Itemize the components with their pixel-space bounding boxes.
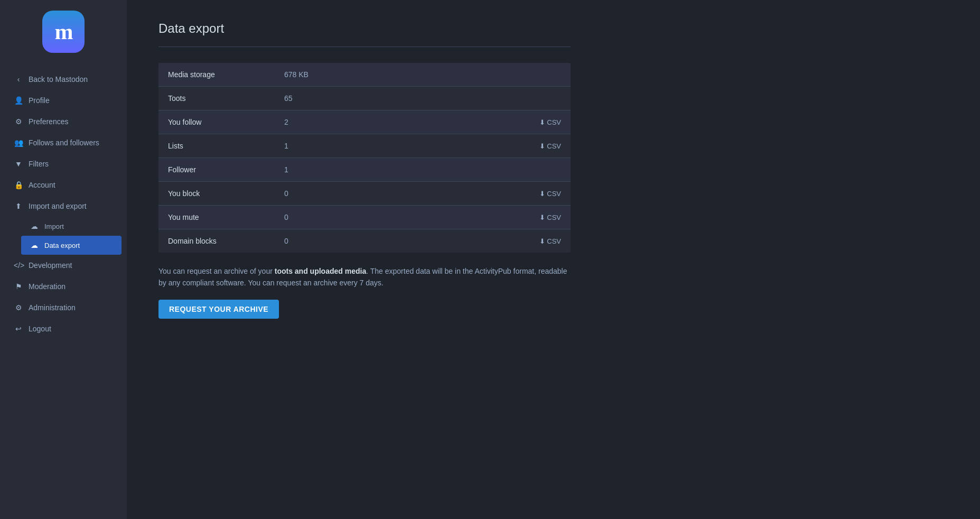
row-csv[interactable]: ⬇ CSV — [427, 206, 571, 229]
sidebar-moderation-label: Moderation — [29, 282, 66, 291]
row-csv — [427, 87, 571, 110]
sidebar-preferences-label: Preferences — [29, 117, 68, 126]
csv-download-link[interactable]: ⬇ CSV — [539, 190, 561, 198]
sidebar-item-import[interactable]: ☁ Import — [21, 217, 122, 236]
sidebar-sub-nav: ☁ Import ☁ Data export — [5, 217, 122, 255]
sidebar-account-label: Account — [29, 181, 55, 189]
lock-icon: 🔒 — [14, 181, 23, 189]
table-row: You block0⬇ CSV — [158, 182, 571, 206]
import-export-icon: ⬆ — [14, 202, 23, 210]
row-label: You mute — [158, 206, 275, 229]
row-csv — [427, 158, 571, 182]
row-value: 0 — [275, 206, 427, 229]
sidebar-data-export-label: Data export — [44, 242, 80, 249]
filter-icon: ▼ — [14, 160, 23, 168]
row-label: Lists — [158, 134, 275, 158]
row-value: 0 — [275, 182, 427, 206]
sidebar-import-label: Import — [44, 223, 64, 230]
profile-icon: 👤 — [14, 96, 23, 105]
sidebar-item-account[interactable]: 🔒 Account — [5, 174, 122, 196]
sidebar-item-filters[interactable]: ▼ Filters — [5, 153, 122, 174]
sidebar-filters-label: Filters — [29, 160, 49, 168]
follows-icon: 👥 — [14, 138, 23, 147]
data-export-table: Media storage678 KBToots65You follow2⬇ C… — [158, 63, 571, 253]
row-value: 0 — [275, 229, 427, 253]
cloud-icon: ☁ — [30, 222, 39, 230]
csv-download-link[interactable]: ⬇ CSV — [539, 118, 561, 126]
row-value: 1 — [275, 158, 427, 182]
sidebar-item-administration[interactable]: ⚙ Administration — [5, 297, 122, 318]
divider — [158, 47, 571, 47]
main-content: Data export Media storage678 KBToots65Yo… — [127, 0, 602, 519]
sidebar-profile-label: Profile — [29, 96, 50, 105]
logo: m — [42, 11, 85, 53]
row-csv[interactable]: ⬇ CSV — [427, 229, 571, 253]
sidebar-item-back[interactable]: ‹ Back to Mastodon — [5, 69, 122, 90]
row-label: Media storage — [158, 63, 275, 87]
archive-desc-plain: You can request an archive of your — [158, 267, 275, 275]
table-row: Follower1 — [158, 158, 571, 182]
table-row: You mute0⬇ CSV — [158, 206, 571, 229]
sidebar-administration-label: Administration — [29, 303, 76, 312]
gear-icon: ⚙ — [14, 117, 23, 126]
sidebar-item-follows[interactable]: 👥 Follows and followers — [5, 132, 122, 153]
archive-desc-bold: toots and uploaded media — [275, 267, 366, 275]
sidebar-item-logout[interactable]: ↩ Logout — [5, 318, 122, 339]
sidebar-follows-label: Follows and followers — [29, 138, 99, 147]
row-csv[interactable]: ⬇ CSV — [427, 134, 571, 158]
csv-download-link[interactable]: ⬇ CSV — [539, 142, 561, 150]
sidebar-item-import-export[interactable]: ⬆ Import and export — [5, 196, 122, 217]
row-label: Follower — [158, 158, 275, 182]
sidebar-back-label: Back to Mastodon — [29, 75, 88, 84]
row-label: Toots — [158, 87, 275, 110]
table-row: Toots65 — [158, 87, 571, 110]
row-csv[interactable]: ⬇ CSV — [427, 182, 571, 206]
csv-download-link[interactable]: ⬇ CSV — [539, 237, 561, 245]
row-label: You follow — [158, 110, 275, 134]
row-value: 2 — [275, 110, 427, 134]
table-row: You follow2⬇ CSV — [158, 110, 571, 134]
sidebar-development-label: Development — [29, 261, 72, 270]
row-value: 1 — [275, 134, 427, 158]
row-value: 65 — [275, 87, 427, 110]
table-row: Media storage678 KB — [158, 63, 571, 87]
admin-icon: ⚙ — [14, 303, 23, 312]
table-row: Domain blocks0⬇ CSV — [158, 229, 571, 253]
row-csv — [427, 63, 571, 87]
table-row: Lists1⬇ CSV — [158, 134, 571, 158]
sidebar-item-data-export[interactable]: ☁ Data export — [21, 236, 122, 255]
cloud-download-icon: ☁ — [30, 241, 39, 249]
archive-description: You can request an archive of your toots… — [158, 265, 571, 289]
sidebar-item-preferences[interactable]: ⚙ Preferences — [5, 111, 122, 132]
sidebar-item-development[interactable]: </> Development — [5, 255, 122, 276]
row-label: You block — [158, 182, 275, 206]
sidebar-logout-label: Logout — [29, 325, 51, 333]
csv-download-link[interactable]: ⬇ CSV — [539, 214, 561, 221]
request-archive-button[interactable]: REQUEST YOUR ARCHIVE — [158, 300, 279, 319]
sidebar-item-moderation[interactable]: ⚑ Moderation — [5, 276, 122, 297]
sidebar-import-export-label: Import and export — [29, 202, 87, 210]
row-csv[interactable]: ⬇ CSV — [427, 110, 571, 134]
row-label: Domain blocks — [158, 229, 275, 253]
page-title: Data export — [158, 21, 571, 36]
moderation-icon: ⚑ — [14, 282, 23, 291]
row-value: 678 KB — [275, 63, 427, 87]
sidebar-nav: ‹ Back to Mastodon 👤 Profile ⚙ Preferenc… — [0, 69, 127, 339]
sidebar: m ‹ Back to Mastodon 👤 Profile ⚙ Prefere… — [0, 0, 127, 519]
back-icon: ‹ — [14, 75, 23, 84]
mastodon-logo: m — [42, 11, 85, 53]
code-icon: </> — [14, 261, 23, 270]
logout-icon: ↩ — [14, 325, 23, 333]
sidebar-item-profile[interactable]: 👤 Profile — [5, 90, 122, 111]
